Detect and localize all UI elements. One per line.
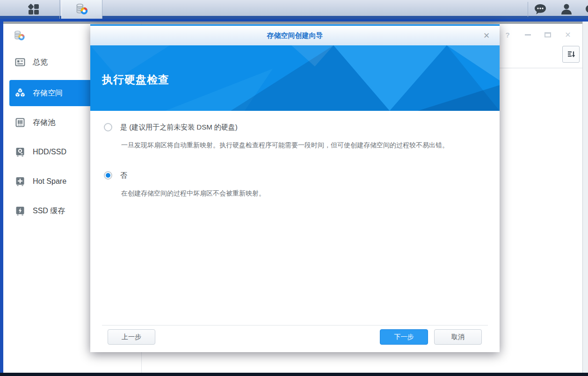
cancel-button[interactable]: 取消	[434, 329, 482, 345]
volume-cubes-icon	[15, 87, 26, 99]
option-yes-label: 是 (建议用于之前未安装 DSM 的硬盘)	[120, 123, 238, 131]
taskbar	[0, 0, 588, 19]
storage-pool-icon	[15, 117, 26, 128]
next-button[interactable]: 下一步	[380, 329, 428, 345]
sidebar-item-label: HDD/SSD	[33, 148, 66, 156]
dialog-body: 是 (建议用于之前未安装 DSM 的硬盘) 一旦发现坏扇区将自动重新映射。执行硬…	[90, 111, 500, 198]
option-yes-row[interactable]: 是 (建议用于之前未安装 DSM 的硬盘)	[104, 123, 488, 131]
dialog-title: 存储空间创建向导	[267, 31, 323, 40]
sidebar-item-label: 总览	[33, 58, 48, 67]
hdd-icon	[15, 146, 26, 158]
user-menu-button[interactable]	[559, 2, 573, 18]
hot-spare-icon	[15, 176, 26, 187]
footer-divider	[102, 325, 488, 325]
taskbar-separator	[528, 2, 528, 17]
grid-icon	[27, 2, 41, 16]
dialog-banner: 执行硬盘检查	[90, 45, 500, 111]
dialog-close-button[interactable]: ✕	[481, 30, 492, 41]
options-gap	[104, 150, 488, 171]
back-button[interactable]: 上一步	[108, 329, 155, 345]
desktop-right-edge	[582, 22, 588, 373]
taskbar-edge-button[interactable]	[584, 2, 588, 18]
option-no-row[interactable]: 否	[104, 171, 488, 180]
radio-yes[interactable]	[104, 123, 112, 131]
ssd-cache-icon	[15, 205, 26, 217]
minimize-icon	[525, 34, 531, 36]
storage-manager-taskbar-button[interactable]	[61, 0, 102, 19]
dialog-footer: 上一步 下一步 取消	[90, 327, 500, 352]
option-yes-description: 一旦发现坏扇区将自动重新映射。执行硬盘检查程序可能需要一段时间，但可使创建存储空…	[121, 141, 488, 150]
chat-bubble-icon	[533, 2, 547, 16]
help-button[interactable]: ?	[503, 31, 512, 38]
overview-icon	[15, 57, 26, 68]
maximize-icon	[544, 32, 551, 37]
sidebar-item-label: 存储空间	[33, 88, 63, 98]
window-controls: ? ✕	[503, 31, 572, 38]
window-drag-strip[interactable]	[3, 22, 582, 24]
dialog-titlebar[interactable]: 存储空间创建向导 ✕	[90, 24, 500, 45]
volume-creation-wizard-dialog: 存储空间创建向导 ✕ 执行硬盘检查 是 (建议用于之前未安装 DSM 的硬盘) …	[90, 24, 500, 352]
maximize-button[interactable]	[544, 31, 552, 38]
step-title: 执行硬盘检查	[102, 72, 169, 87]
clipped-icon	[584, 2, 588, 16]
option-no-description: 在创建存储空间的过程中坏扇区不会被重新映射。	[121, 189, 488, 198]
storage-manager-app-icon	[13, 29, 26, 44]
sort-button[interactable]	[562, 46, 580, 63]
radio-no[interactable]	[104, 171, 112, 180]
notifications-button[interactable]	[533, 2, 547, 18]
sidebar-item-label: SSD 缓存	[33, 206, 65, 216]
main-menu-button[interactable]	[7, 0, 60, 19]
sidebar-item-label: Hot Spare	[33, 177, 66, 186]
window-close-button[interactable]: ✕	[564, 31, 572, 38]
option-no-label: 否	[120, 171, 127, 180]
desktop-bottom-edge	[0, 373, 588, 376]
sidebar-item-label: 存储池	[33, 118, 55, 128]
minimize-button[interactable]	[523, 31, 532, 38]
storage-manager-icon	[75, 2, 89, 16]
sort-icon	[566, 50, 576, 59]
person-icon	[559, 2, 573, 16]
